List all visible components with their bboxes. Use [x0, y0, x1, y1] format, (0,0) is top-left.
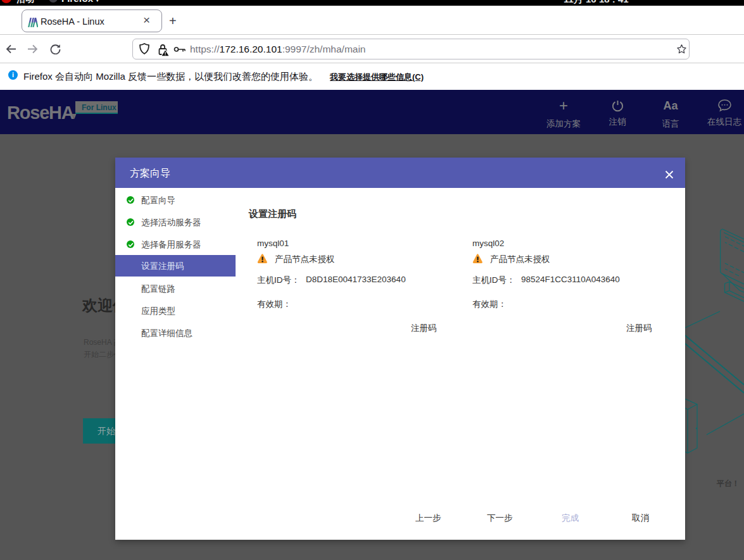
svg-text:平台！: 平台！: [716, 479, 740, 488]
